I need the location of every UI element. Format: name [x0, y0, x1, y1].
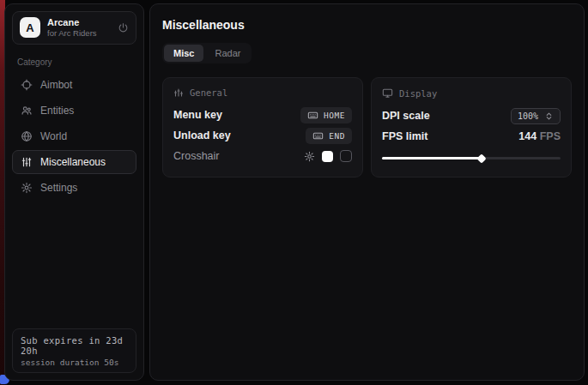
sidebar-item-label: Entities — [40, 105, 74, 117]
unload-key-bind-button[interactable]: END — [306, 128, 352, 144]
tab-misc[interactable]: Misc — [164, 45, 203, 62]
slider-fill — [382, 157, 482, 159]
gear-icon — [21, 182, 33, 194]
dpi-scale-row: DPI scale 100% — [382, 105, 561, 126]
sidebar: A Arcane for Arc Riders Category Aimbot — [4, 3, 144, 381]
dpi-scale-select[interactable]: 100% — [511, 108, 561, 124]
general-card: General Menu key HOME Unload key — [162, 77, 363, 177]
power-icon[interactable] — [118, 22, 129, 33]
tab-bar: Misc Radar — [162, 43, 252, 63]
sidebar-item-miscellaneous[interactable]: Miscellaneous — [12, 150, 136, 174]
users-icon — [21, 105, 33, 117]
unload-key-label: Unload key — [173, 129, 231, 141]
session-duration-text: session duration 50s — [21, 358, 128, 367]
category-label: Category — [17, 57, 131, 67]
dpi-scale-label: DPI scale — [382, 110, 430, 122]
crosshair-controls — [304, 150, 352, 162]
main-panel: Miscellaneous Misc Radar General Menu ke… — [149, 3, 585, 381]
slider-thumb[interactable] — [477, 153, 487, 163]
app-subtitle: for Arc Riders — [47, 28, 97, 38]
subscription-card: Sub expires in 23d 20h session duration … — [12, 328, 136, 373]
keyboard-icon — [312, 130, 324, 141]
crosshair-color-swatch[interactable] — [322, 151, 333, 162]
display-card-header: Display — [382, 87, 561, 99]
menu-key-row: Menu key HOME — [173, 105, 352, 125]
fps-number: 144 — [518, 130, 536, 142]
crosshair-settings-gear-icon[interactable] — [304, 151, 315, 162]
unload-key-row: Unload key END — [173, 125, 352, 146]
sidebar-item-aimbot[interactable]: Aimbot — [12, 73, 136, 97]
menu-key-label: Menu key — [173, 109, 222, 121]
sliders-icon — [21, 156, 33, 168]
keyboard-icon — [307, 110, 318, 121]
profile-text: Arcane for Arc Riders — [47, 17, 97, 39]
menu-key-value: HOME — [324, 111, 345, 120]
menu-key-bind-button[interactable]: HOME — [300, 107, 352, 123]
fps-limit-slider[interactable] — [382, 154, 561, 161]
fps-limit-label: FPS limit — [382, 130, 427, 142]
app-name: Arcane — [47, 17, 97, 28]
sidebar-item-label: World — [40, 130, 67, 142]
page-title: Miscellaneous — [162, 18, 572, 32]
sub-expiry-text: Sub expires in 23d 20h — [21, 335, 128, 356]
general-card-title: General — [190, 87, 227, 98]
fps-limit-row: FPS limit 144 FPS — [382, 126, 561, 147]
globe-icon — [21, 130, 33, 142]
profile-card: A Arcane for Arc Riders — [12, 11, 136, 45]
crosshair-checkbox[interactable] — [340, 150, 352, 162]
display-card-title: Display — [399, 88, 437, 99]
sidebar-item-entities[interactable]: Entities — [12, 99, 136, 123]
unload-key-value: END — [329, 131, 345, 141]
sidebar-item-label: Miscellaneous — [40, 156, 106, 168]
general-card-header: General — [173, 87, 352, 98]
sidebar-nav: Aimbot Entities World — [12, 73, 136, 200]
fps-unit: FPS — [540, 130, 561, 142]
sidebar-item-settings[interactable]: Settings — [12, 176, 136, 200]
display-card: Display DPI scale 100% FPS limit — [371, 77, 572, 177]
app-logo: A — [20, 17, 40, 38]
monitor-icon — [382, 87, 393, 99]
cards-row: General Menu key HOME Unload key — [162, 77, 572, 177]
dpi-scale-value: 100% — [518, 111, 538, 121]
fps-limit-value: 144 FPS — [518, 130, 561, 142]
crosshair-label: Crosshair — [173, 150, 220, 162]
sliders-icon — [173, 87, 184, 98]
sidebar-item-world[interactable]: World — [12, 124, 136, 148]
chevron-up-down-icon — [544, 111, 554, 121]
sidebar-item-label: Settings — [40, 182, 77, 194]
tab-radar[interactable]: Radar — [205, 45, 250, 62]
app-window: A Arcane for Arc Riders Category Aimbot — [4, 3, 585, 381]
crosshair-row: Crosshair — [173, 146, 352, 166]
crosshair-icon — [21, 79, 33, 91]
sidebar-item-label: Aimbot — [40, 79, 72, 91]
